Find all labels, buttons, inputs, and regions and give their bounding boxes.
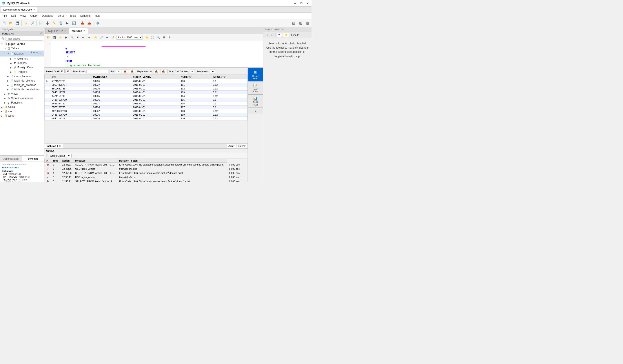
menu-view[interactable]: View [19, 14, 28, 18]
table-cell[interactable]: 2015-01-01 [131, 117, 179, 120]
filter-input[interactable] [5, 37, 43, 41]
table-cell[interactable]: 00237 [91, 109, 131, 113]
table-cell[interactable]: 0.12 [211, 94, 247, 98]
schemas-icon[interactable]: ⟳ [41, 32, 43, 35]
table-cell[interactable]: 50534475787 [50, 83, 91, 87]
bookmark-btn[interactable]: ⭐ [144, 35, 149, 40]
facturas-tab-close[interactable]: ✕ [83, 30, 85, 32]
table-cell[interactable]: 00235 [91, 79, 131, 83]
sql-content[interactable]: SELECT * FROM jugos_ventas.facturas; [51, 41, 263, 67]
sidebar-item-functions[interactable]: ▶ ƒ Functions [0, 100, 44, 105]
menu-help[interactable]: Help [93, 14, 102, 18]
execute-explain-button[interactable]: 🔍 [69, 35, 74, 40]
execute-line-button[interactable]: ▶ [64, 35, 69, 40]
table-cell[interactable]: 00236 [91, 106, 131, 109]
sidebar-item-tabla-vendedores[interactable]: ▶ 📄 tabla_de_vendedores [0, 87, 44, 92]
sidebar-item-columns[interactable]: ▶ ≡ Columns [0, 57, 44, 61]
table-cell[interactable]: 102 [179, 87, 211, 90]
table-cell[interactable]: 00235 [91, 90, 131, 94]
menu-edit[interactable]: Edit [9, 14, 18, 18]
table-row[interactable]: 8502682733002362015-01-011020.12 [45, 87, 247, 90]
export-import-btn[interactable]: 📤 [153, 69, 159, 73]
grid-btn[interactable]: ⊞ [161, 35, 166, 40]
sidebar-item-facturas[interactable]: ▼ 📄 facturas ℹ ✏ ⊞ ← [0, 51, 44, 57]
add-bookmark-button[interactable]: ⭐ [93, 35, 98, 40]
save-button[interactable]: 💾 [14, 20, 20, 26]
refresh-button[interactable]: 🔄 [71, 20, 77, 26]
table-cell[interactable]: 00237 [91, 83, 131, 87]
table-row[interactable]: 94387575700002362015-01-011090.12 [45, 113, 247, 117]
table-cell[interactable]: 5576228758 [50, 106, 91, 109]
table-cell[interactable]: 105 [179, 98, 211, 102]
nav-refresh-btn[interactable]: ⟳ [277, 33, 282, 37]
table-row[interactable]: 3623344710002372015-01-011060.1 [45, 102, 247, 106]
table-button[interactable]: 📊 [38, 20, 44, 26]
tab-facturas[interactable]: facturas ✕ [69, 28, 88, 34]
list-item[interactable]: ✓512:50:11USE jugos_ventas0 row(s) affec… [45, 175, 248, 179]
menu-query[interactable]: Query [29, 14, 39, 18]
result-tab-close[interactable]: ✕ [59, 145, 61, 147]
schema-inspector-button[interactable]: 🔎 [29, 20, 35, 26]
sidebar-item-stored-procedures[interactable]: ▶ ⚙ Stored Procedures [0, 96, 44, 100]
field-types-view-btn[interactable]: 📊 FieldTypes [248, 94, 263, 108]
table-row[interactable]: 5576228758002362015-01-011070.1 [45, 106, 247, 109]
instance-tab-close[interactable]: ✕ [33, 9, 35, 11]
zoom-btn[interactable]: 🔍 [156, 35, 161, 40]
table-cell[interactable]: 2015-01-01 [131, 90, 179, 94]
format-button[interactable]: ⇥ [104, 35, 110, 40]
reconnect-button[interactable]: ⚡ [23, 20, 29, 26]
beautify-button[interactable]: 📝 [110, 35, 115, 40]
table-cell[interactable]: 0.1 [211, 98, 247, 102]
fetch-btn[interactable]: ➡ [210, 69, 215, 73]
table-cell[interactable]: 2015-01-01 [131, 83, 179, 87]
close-button[interactable]: ✕ [305, 1, 310, 5]
nav-back-btn[interactable]: ◀ [265, 33, 269, 37]
menu-file[interactable]: File [1, 14, 9, 18]
execute-button[interactable]: ⚡ [58, 35, 63, 40]
list-item[interactable]: ⊗612:50:11SELECT * FROM items_factura LI… [45, 179, 248, 182]
table-row[interactable]: 94387575700002362015-01-011050.1 [45, 98, 247, 102]
table-cell[interactable]: 103 [179, 90, 211, 94]
sidebar-item-tabla-produtos[interactable]: ▶ 📄 tabla_de_produtos [0, 83, 44, 87]
table-cell[interactable]: 0.12 [211, 87, 247, 90]
table-cell[interactable]: 109 [179, 113, 211, 117]
sidebar-item-world[interactable]: ▶ 🗄 world [0, 114, 44, 118]
table-cell[interactable]: 2015-01-01 [131, 94, 179, 98]
table-cell[interactable]: 0.1 [211, 79, 247, 83]
table-cell[interactable]: 0.1 [211, 106, 247, 109]
table-cell[interactable]: 1471156710 [50, 94, 91, 98]
action-dropdown-btn[interactable]: ▼ [66, 154, 72, 158]
result-tab-1[interactable]: facturas 1 ✕ [44, 144, 63, 148]
table-cell[interactable]: 108 [179, 109, 211, 113]
table-cell[interactable]: 19290992743 [50, 109, 91, 113]
window-controls[interactable]: ─ □ ✕ [293, 1, 310, 5]
export-button[interactable]: 📤 [86, 20, 92, 26]
table-cell[interactable]: 00236 [91, 113, 131, 117]
stop-button[interactable]: ⏹ [75, 35, 80, 40]
list-item[interactable]: ✓312:47:36USE jugos_ventas0 row(s) affec… [45, 167, 248, 171]
layout-2-button[interactable]: ▦ [297, 20, 304, 26]
minimize-button[interactable]: ─ [293, 1, 297, 5]
open-sql-button[interactable]: 📂 [46, 35, 51, 40]
sidebar-item-triggers[interactable]: ▶ ⚡ Triggers [0, 70, 44, 74]
wrap-btn[interactable]: ⇥ [190, 69, 195, 73]
table-edit-button[interactable]: ✏️ [51, 20, 57, 26]
sidebar-item-items-facturas[interactable]: ▶ 📄 items_facturas [0, 74, 44, 79]
result-grid-container[interactable]: DNI MATRICULA FECHA_VENTA NUMERO IMPUEST… [44, 75, 247, 143]
open-file-button[interactable]: 📂 [7, 20, 14, 26]
table-cell[interactable]: 2015-01-01 [131, 79, 179, 83]
redo-button[interactable]: ↪ [86, 35, 92, 40]
query-button[interactable]: ▶ [64, 20, 70, 26]
table-info-btn[interactable]: ℹ [31, 51, 32, 56]
table-cell[interactable]: 00236 [91, 98, 131, 102]
table-cell[interactable]: 00237 [91, 102, 131, 106]
save-sql-button[interactable]: 💾 [51, 35, 57, 40]
table-cell[interactable]: 2015-01-01 [131, 106, 179, 109]
table-cell[interactable]: 0.1 [211, 102, 247, 106]
import-btn[interactable]: 📥 [122, 69, 128, 73]
table-row[interactable]: 1471156710002352015-01-011040.12 [45, 94, 247, 98]
tab-administration[interactable]: Administration [0, 156, 22, 162]
form-editor-view-btn[interactable]: 📝 FormEditor [248, 81, 263, 94]
edit-btn[interactable]: ✏ [116, 69, 121, 73]
table-cell[interactable]: 7771579779 [50, 79, 91, 83]
